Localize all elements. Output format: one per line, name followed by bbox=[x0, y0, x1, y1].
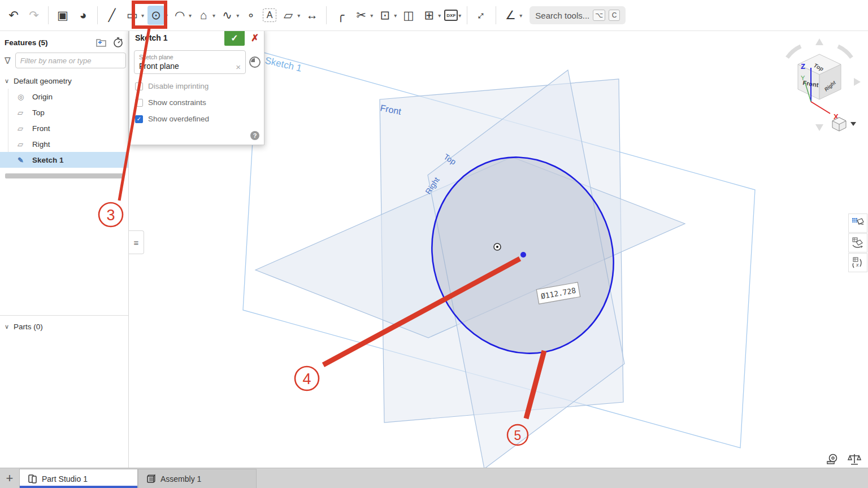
measure-tool-button[interactable]: ↕ bbox=[471, 4, 492, 27]
cancel-button[interactable]: ✗ bbox=[248, 30, 262, 46]
mass-properties-button[interactable] bbox=[844, 452, 865, 467]
spline-tool-button[interactable]: ∿▾ bbox=[217, 4, 241, 27]
filter-icon: ∇ bbox=[5, 55, 11, 66]
option-label: Show constraints bbox=[148, 98, 206, 107]
filter-input[interactable] bbox=[15, 53, 126, 68]
offset-tool-icon: ⊡ bbox=[376, 6, 393, 25]
chevron-down-icon[interactable]: ▾ bbox=[458, 12, 461, 19]
feature-item-top[interactable]: ▱Top bbox=[8, 104, 128, 120]
circle-center-point[interactable] bbox=[520, 252, 526, 258]
pattern-tool-button[interactable]: ⊞▾ bbox=[419, 4, 442, 27]
line-tool-button[interactable]: ╱ bbox=[102, 4, 122, 27]
chevron-down-icon[interactable]: ▾ bbox=[297, 12, 300, 19]
new-folder-button[interactable] bbox=[96, 37, 107, 47]
arc-tool-button[interactable]: ◠▾ bbox=[170, 4, 193, 27]
use-project-tool-button[interactable]: ▱▾ bbox=[278, 4, 302, 27]
add-tab-button[interactable]: + bbox=[0, 469, 19, 488]
view-cube[interactable]: Top Front Right Z Y X bbox=[771, 33, 867, 137]
default-geometry-group[interactable]: ∨ Default geometry bbox=[0, 73, 128, 89]
parts-label: Parts (0) bbox=[14, 323, 43, 331]
mirror-tool-button[interactable]: ◫ bbox=[398, 4, 419, 27]
rectangle-tool-icon: ▭ bbox=[124, 6, 141, 25]
search-tools-button[interactable]: Search tools... ⌥ C bbox=[530, 6, 626, 24]
dimension-tool-icon: ↔ bbox=[303, 6, 320, 25]
option-show-overdefined[interactable]: ✓Show overdefined bbox=[135, 115, 258, 123]
rollback-clock-icon[interactable] bbox=[249, 56, 261, 71]
panel-resize-bar[interactable] bbox=[5, 173, 123, 178]
help-icon[interactable]: ? bbox=[250, 131, 259, 140]
chevron-down-icon[interactable]: ▾ bbox=[519, 12, 522, 19]
option-label: Show overdefined bbox=[148, 115, 209, 123]
feature-item-label: Top bbox=[32, 108, 45, 117]
rotate-up-arrow[interactable] bbox=[815, 38, 823, 45]
feature-item-sketch-1[interactable]: ✎Sketch 1 bbox=[0, 152, 128, 168]
text-tool-button[interactable]: A bbox=[261, 4, 278, 27]
feature-item-right[interactable]: ▱Right bbox=[8, 136, 128, 152]
constraint-tool-button[interactable]: ∠▾ bbox=[500, 4, 524, 27]
rotate-cw-arrow[interactable] bbox=[838, 46, 852, 58]
circle-tool-button[interactable]: ⊙▾ bbox=[146, 4, 170, 27]
feature-item-front[interactable]: ▱Front bbox=[8, 120, 128, 136]
chevron-down-icon[interactable]: ▾ bbox=[438, 12, 441, 19]
checkbox-checked-icon[interactable]: ✓ bbox=[135, 115, 143, 123]
assembly-icon bbox=[146, 474, 156, 483]
tab-part-studio-1[interactable]: Part Studio 1 bbox=[19, 469, 138, 488]
feature-item-origin[interactable]: ◎Origin bbox=[8, 89, 128, 104]
parts-group[interactable]: ∨ Parts (0) bbox=[0, 318, 128, 335]
features-panel: Features (5) ∇ ∨ Default geometry ◎Origi… bbox=[0, 31, 129, 468]
chevron-down-icon[interactable]: ▾ bbox=[189, 12, 192, 19]
view-normal-to-sketch-button[interactable] bbox=[848, 213, 867, 233]
revolve-button[interactable]: ◕ bbox=[73, 4, 93, 27]
chevron-down-icon[interactable]: ▾ bbox=[370, 12, 373, 19]
chevron-down-icon[interactable]: ▾ bbox=[165, 12, 168, 19]
dimension-tool-button[interactable]: ↔ bbox=[302, 4, 322, 27]
close-icon: ✗ bbox=[251, 32, 259, 44]
view-options-button[interactable] bbox=[832, 117, 856, 131]
chevron-down-icon[interactable]: ▾ bbox=[236, 12, 239, 19]
rotate-right-arrow[interactable] bbox=[854, 78, 861, 86]
option-disable-imprinting[interactable]: Disable imprinting bbox=[135, 82, 258, 90]
redo-icon: ↷ bbox=[25, 6, 42, 25]
chevron-down-icon: ∨ bbox=[5, 77, 9, 85]
chevron-down-icon[interactable]: ▾ bbox=[394, 12, 397, 19]
sketch-plane-field[interactable]: Sketch plane Front plane × bbox=[134, 50, 246, 74]
undo-button[interactable]: ↶ bbox=[3, 4, 24, 27]
offset-tool-button[interactable]: ⊡▾ bbox=[375, 4, 398, 27]
tab-assembly-1[interactable]: Assembly 1 bbox=[138, 469, 257, 488]
rotate-ccw-arrow[interactable] bbox=[787, 46, 801, 58]
checkbox-icon[interactable] bbox=[135, 82, 143, 90]
rotate-view-button[interactable] bbox=[848, 233, 867, 252]
svg-text:x: x bbox=[856, 262, 859, 268]
option-show-constraints[interactable]: Show constraints bbox=[135, 98, 258, 107]
checkbox-icon[interactable] bbox=[135, 99, 143, 107]
clear-selection-icon[interactable]: × bbox=[236, 62, 241, 72]
check-icon: ✓ bbox=[231, 33, 238, 43]
view-tools: x bbox=[848, 213, 867, 273]
rollback-timer-button[interactable] bbox=[112, 37, 124, 48]
sheet-icon: ▣ bbox=[54, 6, 71, 25]
rotate-down-arrow[interactable] bbox=[815, 124, 823, 131]
undo-icon: ↶ bbox=[5, 6, 22, 25]
confirm-button[interactable]: ✓ bbox=[224, 30, 245, 46]
measure-tools bbox=[822, 452, 865, 467]
search-tools-label: Search tools... bbox=[535, 11, 589, 20]
dxf-export-button[interactable]: DXF▾ bbox=[442, 4, 463, 27]
fillet-tool-button[interactable]: ╭ bbox=[331, 4, 351, 27]
option-label: Disable imprinting bbox=[148, 82, 209, 90]
origin-marker[interactable] bbox=[494, 243, 501, 250]
x-axis bbox=[811, 102, 830, 114]
line-tool-icon: ╱ bbox=[103, 6, 120, 25]
rectangle-tool-button[interactable]: ▭▾ bbox=[122, 4, 146, 27]
sheet-button[interactable]: ▣ bbox=[53, 4, 73, 27]
sketch-list-flyout-handle[interactable]: ≡ bbox=[129, 230, 144, 254]
toolbar-separator bbox=[326, 6, 327, 24]
chevron-down-icon[interactable]: ▾ bbox=[212, 12, 215, 19]
section-view-button[interactable]: x bbox=[848, 253, 867, 272]
tape-measure-button[interactable] bbox=[822, 452, 844, 467]
revolve-icon: ◕ bbox=[75, 6, 92, 25]
polygon-tool-button[interactable]: ⌂▾ bbox=[193, 4, 217, 27]
point-tool-button[interactable]: ∘ bbox=[241, 4, 261, 27]
redo-button[interactable]: ↷ bbox=[24, 4, 44, 27]
chevron-down-icon[interactable]: ▾ bbox=[141, 12, 144, 19]
trim-tool-button[interactable]: ✂▾ bbox=[351, 4, 375, 27]
